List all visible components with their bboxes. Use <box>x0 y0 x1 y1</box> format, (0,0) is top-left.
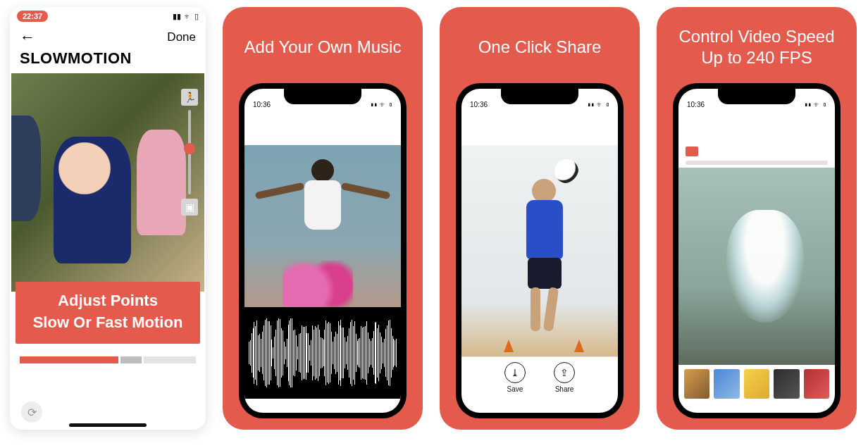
wifi-icon: ᯤ <box>184 12 192 20</box>
share-icon: ⇪ <box>554 362 575 383</box>
promo-title: Add Your Own Music <box>244 25 402 69</box>
status-icons: ▮▮ ᯤ ▯ <box>371 101 392 108</box>
clip-thumb[interactable] <box>774 369 799 399</box>
back-arrow-icon[interactable]: ← <box>687 113 697 125</box>
audio-waveform[interactable] <box>244 307 401 399</box>
promo-card-speed: Control Video Speed Up to 240 FPS 10:36 … <box>657 7 857 430</box>
back-arrow-icon[interactable]: ← <box>253 113 263 125</box>
slider-thumb[interactable] <box>184 143 195 154</box>
clip-thumb[interactable] <box>714 369 739 399</box>
share-label: Share <box>555 385 574 393</box>
save-label: Save <box>507 385 523 393</box>
notch <box>718 89 795 104</box>
splash-icon <box>283 261 353 307</box>
speed-slider[interactable]: 🏃 ▣ <box>180 89 199 216</box>
progress-remaining <box>144 356 196 363</box>
status-icons: ▮▮ ᯤ ▯ <box>588 101 609 108</box>
screen-title: SHARE <box>461 128 618 145</box>
status-time-pill: 22:37 <box>17 11 48 22</box>
home-indicator <box>69 423 147 427</box>
status-time: 10:36 <box>253 101 271 108</box>
refresh-button[interactable]: ⟳ <box>21 402 42 423</box>
progress-partial <box>120 356 142 363</box>
water-splash-icon <box>726 210 804 323</box>
clip-thumb[interactable] <box>684 369 709 399</box>
figure-icon <box>280 159 365 272</box>
nav-bar: ← Done <box>244 110 401 128</box>
editor-body <box>244 145 401 413</box>
phone-mock: 10:36 ▮▮ ᯤ ▯ ← Done SHARE <box>456 83 624 418</box>
speed-slider-track[interactable] <box>686 161 828 165</box>
screen-title: SLOWMOTION <box>10 49 206 72</box>
caption-line: Adjust Points <box>20 290 196 312</box>
figure-icon <box>54 137 131 263</box>
slider-track[interactable] <box>188 110 191 194</box>
cone-icon <box>574 340 584 352</box>
figure-icon <box>11 116 41 221</box>
promo-title: One Click Share <box>478 25 602 69</box>
share-body: ⤓ Save ⇪ Share <box>461 145 618 413</box>
done-button[interactable]: Done <box>803 113 826 125</box>
video-placeholder <box>11 73 204 292</box>
caption-line: Slow Or Fast Motion <box>20 312 196 334</box>
download-icon: ⤓ <box>504 362 526 383</box>
promo-title: Control Video Speed Up to 240 FPS <box>678 25 834 69</box>
nav-bar: ← Done <box>678 110 835 128</box>
figure-icon <box>511 179 574 334</box>
notch <box>501 89 578 104</box>
screen-title: EDITOR <box>678 128 835 145</box>
share-button[interactable]: ⇪ Share <box>554 362 575 393</box>
status-time: 10:36 <box>470 101 488 108</box>
timeline-progress[interactable] <box>20 356 196 363</box>
video-preview[interactable]: 🏃 ▣ Adjust Points Slow Or Fast Motion <box>11 73 204 292</box>
promo-caption: Adjust Points Slow Or Fast Motion <box>16 282 200 344</box>
screenshot-slowmotion: 22:37 ▮▮ ᯤ ▯ ← Done SLOWMOTION 🏃 ▣ Adjus… <box>10 7 206 430</box>
nav-bar: ← Done <box>10 25 206 49</box>
phone-screen: 10:36 ▮▮ ᯤ ▯ ← Done EDITOR <box>244 89 401 413</box>
clip-thumb[interactable] <box>744 369 769 399</box>
screen-title: EDITOR <box>244 128 401 145</box>
clip-thumbnails[interactable] <box>678 365 835 403</box>
phone-screen: 10:36 ▮▮ ᯤ ▯ ← Done EDITOR <box>678 89 835 413</box>
status-bar: 22:37 ▮▮ ᯤ ▯ <box>10 7 206 25</box>
share-actions: ⤓ Save ⇪ Share <box>461 356 618 397</box>
nav-bar: ← Done <box>461 110 618 128</box>
phone-mock: 10:36 ▮▮ ᯤ ▯ ← Done EDITOR <box>239 83 407 418</box>
promo-card-share: One Click Share 10:36 ▮▮ ᯤ ▯ ← Done SHAR… <box>440 7 640 430</box>
promo-card-music: Add Your Own Music 10:36 ▮▮ ᯤ ▯ ← Done E… <box>223 7 423 430</box>
progress-done <box>20 356 118 363</box>
back-arrow-icon[interactable]: ← <box>20 30 35 45</box>
figure-icon <box>137 130 186 235</box>
refresh-icon: ⟳ <box>27 406 37 419</box>
notch <box>284 89 361 104</box>
done-button[interactable]: Done <box>369 113 392 125</box>
editor-body <box>678 168 835 413</box>
picture-icon: ▣ <box>181 199 198 216</box>
status-icons: ▮▮ ᯤ ▯ <box>805 101 826 108</box>
clip-thumb[interactable] <box>804 369 829 399</box>
phone-screen: 10:36 ▮▮ ᯤ ▯ ← Done SHARE <box>461 89 618 413</box>
save-button[interactable]: ⤓ Save <box>504 362 526 393</box>
status-icons: ▮▮ ᯤ ▯ <box>173 12 199 21</box>
video-preview[interactable] <box>244 145 401 307</box>
signal-icon: ▮▮ <box>173 12 181 21</box>
done-button[interactable]: Done <box>586 113 609 125</box>
battery-icon: ▯ <box>194 12 199 21</box>
done-button[interactable]: Done <box>167 30 196 44</box>
cone-icon <box>504 340 514 352</box>
video-preview[interactable] <box>461 145 618 356</box>
runner-icon: 🏃 <box>181 89 198 106</box>
status-time: 10:36 <box>687 101 705 108</box>
speed-badge[interactable] <box>686 147 698 156</box>
video-preview[interactable] <box>678 168 835 365</box>
phone-mock: 10:36 ▮▮ ᯤ ▯ ← Done EDITOR <box>673 83 841 418</box>
back-arrow-icon[interactable]: ← <box>470 113 480 125</box>
